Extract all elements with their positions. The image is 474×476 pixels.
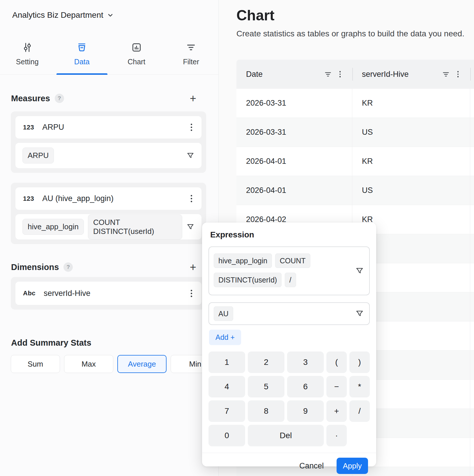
field-type-icon: 123 — [23, 195, 34, 203]
dimension-group: AbcserverId-Hive — [11, 277, 206, 310]
expression-modal-title: Expression — [210, 230, 370, 239]
expression-modal: Expression hive_app_login COUNT DISTINCT… — [202, 223, 376, 466]
column-filter-icon[interactable] — [324, 70, 332, 78]
cell-extra — [470, 89, 474, 118]
alias-chip: AU — [214, 306, 233, 321]
tab-label: Setting — [16, 58, 39, 66]
table-column-date: Date — [236, 60, 352, 89]
key-3[interactable]: 3 — [287, 351, 324, 373]
expression-input[interactable]: hive_app_login COUNT DISTINCT(userId) / — [208, 246, 370, 295]
dimensions-title: Dimensions — [11, 262, 59, 272]
key-delete[interactable]: Del — [248, 425, 324, 446]
field-card[interactable]: 123ARPU — [15, 116, 201, 138]
key-8[interactable]: 8 — [248, 400, 284, 422]
key-1[interactable]: 1 — [208, 351, 245, 373]
dimensions-help-icon[interactable]: ? — [63, 262, 73, 272]
field-name: AU (hive_app_login) — [42, 194, 114, 203]
filter-funnel-icon[interactable] — [186, 223, 194, 231]
workspace-label: Analytics Biz Department — [12, 10, 103, 20]
summary-stat-max-button[interactable]: Max — [64, 355, 113, 373]
add-measure-button[interactable]: + — [190, 94, 196, 103]
page-title: Chart — [236, 7, 275, 24]
tab-label: Data — [74, 58, 90, 66]
kebab-menu-icon[interactable] — [189, 193, 194, 204]
workspace-selector[interactable]: Analytics Biz Department — [12, 10, 114, 20]
field-expression-row: hive_app_loginCOUNT DISTINCT(userId) — [15, 214, 201, 239]
field-name: ARPU — [42, 123, 64, 132]
column-controls — [324, 70, 342, 79]
filter-funnel-icon[interactable] — [355, 267, 364, 275]
key-5[interactable]: 5 — [248, 376, 284, 397]
kebab-menu-icon[interactable] — [189, 288, 194, 299]
kebab-menu-icon[interactable] — [338, 70, 342, 79]
filter-funnel-icon[interactable] — [355, 309, 364, 318]
alias-chips: AU — [214, 310, 235, 318]
cell-extra — [470, 438, 474, 467]
kebab-menu-icon[interactable] — [189, 122, 194, 133]
filter-lines-icon — [185, 42, 197, 53]
cell-date: 2026-03-31 — [236, 118, 352, 147]
tab-setting[interactable]: Setting — [0, 37, 55, 74]
measures-help-icon[interactable]: ? — [55, 94, 64, 103]
key-7[interactable]: 7 — [208, 400, 245, 422]
bar-chart-icon — [131, 42, 142, 53]
cell-extra — [470, 263, 474, 292]
filter-funnel-icon[interactable] — [186, 152, 194, 160]
cell-server: KR — [352, 147, 470, 176]
add-expression-button[interactable]: Add + — [209, 330, 241, 345]
key-4[interactable]: 4 — [208, 376, 245, 397]
expression-chips: hive_app_login COUNT DISTINCT(userId) / — [214, 252, 342, 290]
cell-extra — [470, 176, 474, 205]
key-+[interactable]: + — [326, 400, 347, 422]
field-type-icon: Abc — [23, 289, 36, 297]
config-panel: Analytics Biz Department SettingDataChar… — [0, 0, 219, 476]
key-([interactable]: ( — [326, 351, 347, 373]
field-card[interactable]: 123AU (hive_app_login) — [15, 187, 201, 210]
alias-input[interactable]: AU — [208, 302, 370, 325]
key-9[interactable]: 9 — [287, 400, 324, 422]
field-type-icon: 123 — [23, 124, 34, 131]
summary-stat-sum-button[interactable]: Sum — [11, 355, 60, 373]
expression-chip: COUNT DISTINCT(userId) — [88, 214, 182, 239]
table-row: 2026-03-31US — [236, 118, 474, 147]
key-·[interactable]: · — [326, 425, 347, 446]
apply-button[interactable]: Apply — [337, 458, 368, 474]
tab-data[interactable]: Data — [55, 37, 109, 74]
data-bucket-icon — [76, 42, 87, 53]
kebab-menu-icon[interactable] — [456, 70, 460, 79]
cell-extra — [470, 234, 474, 263]
measure-group: 123ARPUARPU — [11, 111, 206, 173]
cancel-button[interactable]: Cancel — [298, 461, 326, 471]
cell-server: US — [352, 176, 470, 205]
chevron-down-icon — [107, 12, 114, 19]
add-dimension-button[interactable]: + — [190, 262, 196, 272]
column-filter-icon[interactable] — [442, 70, 450, 78]
column-label: serverId-Hive — [362, 70, 409, 79]
modal-footer: Cancel Apply — [208, 453, 370, 474]
table-column-serverid-hive: serverId-Hive — [352, 60, 470, 89]
key-2[interactable]: 2 — [248, 351, 284, 373]
expression-chip: / — [285, 273, 296, 287]
tab-chart[interactable]: Chart — [109, 37, 164, 74]
summary-stat-average-button[interactable]: Average — [117, 355, 167, 373]
field-expression-row: ARPU — [15, 143, 201, 168]
table-row: 2026-03-31KR — [236, 89, 474, 118]
key-−[interactable]: − — [326, 376, 347, 397]
key-*[interactable]: * — [349, 376, 370, 397]
key-/[interactable]: / — [349, 400, 370, 422]
cell-extra — [470, 409, 474, 438]
key-)[interactable]: ) — [349, 351, 370, 373]
key-0[interactable]: 0 — [208, 425, 245, 446]
expression-chip: hive_app_login — [22, 219, 84, 235]
tab-filter[interactable]: Filter — [164, 37, 219, 74]
key-6[interactable]: 6 — [287, 376, 324, 397]
field-name: serverId-Hive — [44, 289, 91, 298]
cell-date: 2026-03-31 — [236, 89, 352, 118]
cell-extra — [470, 118, 474, 147]
cell-extra — [470, 322, 474, 350]
field-card[interactable]: AbcserverId-Hive — [15, 282, 201, 305]
cell-date: 2026-04-01 — [236, 176, 352, 205]
keypad: 123()456−*789+/0Del· — [208, 351, 370, 446]
cell-server: KR — [352, 89, 470, 118]
panel-tabs: SettingDataChartFilter — [0, 37, 218, 75]
